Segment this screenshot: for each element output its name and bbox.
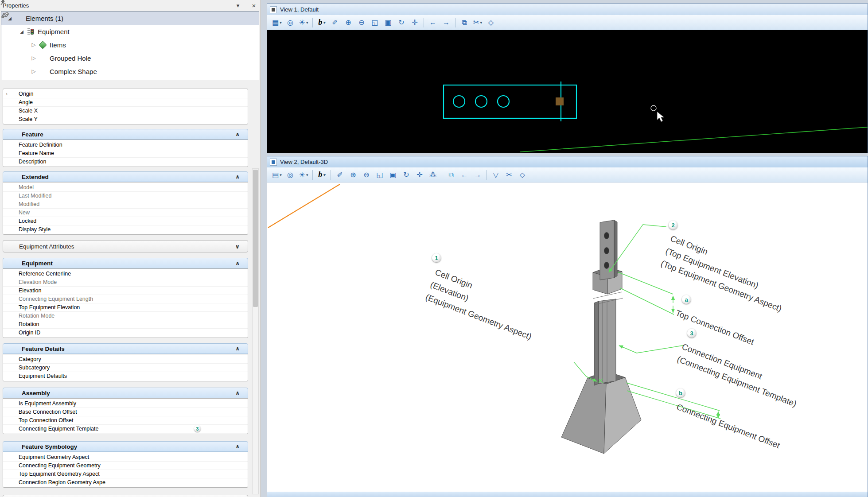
topbar-hole <box>604 262 609 269</box>
zoom-out-icon-glyph: ⊖ <box>358 18 364 27</box>
connection-point-marker <box>556 97 564 105</box>
element-tree: ◢Elements (1)◢Equipment▷Items▷Grouped Ho… <box>1 11 259 80</box>
clip-mask-icon[interactable]: ◇ <box>485 17 497 28</box>
zoom-in-icon[interactable]: ⊕ <box>342 17 354 28</box>
window-area-icon[interactable]: ◱ <box>374 169 386 181</box>
chevron-up-icon[interactable]: ∧ <box>235 346 240 352</box>
close-icon[interactable]: × <box>250 1 258 9</box>
properties-scrollbar[interactable] <box>252 168 259 494</box>
section-header-assembly[interactable]: Assembly∧ <box>3 388 248 398</box>
clip-mask-icon[interactable]: ◇ <box>516 169 529 181</box>
copy-view-icon[interactable]: ⧉ <box>458 17 471 28</box>
view-attributes-icon[interactable]: ▤▾ <box>271 17 283 28</box>
expand-arrow-icon[interactable]: ▷ <box>30 55 38 61</box>
walk-icon[interactable]: ⁂ <box>427 169 439 181</box>
section-bar-equipment-attributes[interactable]: Equipment Attributes∨ <box>3 240 248 252</box>
section-header-extended[interactable]: Extended∧ <box>3 171 248 182</box>
rotate-view-icon[interactable]: ↻ <box>395 17 408 28</box>
toolbar-separator <box>487 170 487 180</box>
copy-view-icon[interactable]: ⧉ <box>445 169 457 181</box>
pan-view-icon[interactable]: ✛ <box>413 169 426 181</box>
property-label: Elevation <box>10 287 105 294</box>
chevron-up-icon[interactable]: ∧ <box>235 174 240 180</box>
apply-style-brush-icon[interactable]: ✐ <box>329 17 341 28</box>
display-style-icon-glyph: ◎ <box>287 171 293 179</box>
property-label: Is Equipment Assembly <box>10 400 105 407</box>
property-label: Rotation <box>10 321 105 327</box>
view2-canvas[interactable]: 1Cell Origin(Elevation)(Equipment Geomet… <box>267 182 868 492</box>
view-attributes-icon-glyph: ▤ <box>272 171 279 179</box>
pan-view-icon-glyph: ✛ <box>412 18 417 27</box>
view1-canvas[interactable] <box>267 30 868 153</box>
tree-item-elements-1-[interactable]: ◢Elements (1) <box>1 12 259 25</box>
property-row-connection-region-geometry-aspect: Connection Region Geometry Aspect <box>3 478 248 486</box>
section-body-extended: ModelLast ModifiedModifiedNewLockedDispl… <box>3 182 248 235</box>
section-feature: Feature∧Feature DefinitionFeature NameDe… <box>3 129 248 167</box>
section-header-feature-symbology[interactable]: Feature Symbology∧ <box>3 441 248 452</box>
dropdown-arrow-icon[interactable]: ▾ <box>280 20 282 25</box>
brightness-icon[interactable]: ☀▾ <box>297 169 310 181</box>
section-equipment: Equipment∧Reference CenterlineElevation … <box>3 258 248 338</box>
dropdown-arrow-icon[interactable]: ▾ <box>323 173 325 177</box>
dropdown-arrow-icon[interactable]: ▾ <box>480 20 482 25</box>
view-previous-icon-glyph: ← <box>461 171 468 179</box>
display-style-icon[interactable]: ◎ <box>284 17 296 28</box>
section-header-equipment[interactable]: Equipment∧ <box>3 258 248 268</box>
clip-volume-icon[interactable]: ✂▾ <box>471 17 484 28</box>
property-row-description: Description <box>3 158 248 166</box>
rotate-view-icon[interactable]: ↻ <box>400 169 413 181</box>
view1-titlebar[interactable]: View 1, Default <box>267 4 868 15</box>
window-area-icon[interactable]: ◱ <box>369 17 381 28</box>
clip-volume-icon[interactable]: ✂ <box>503 169 515 181</box>
collapse-arrow-icon[interactable]: ◢ <box>18 29 26 34</box>
dropdown-arrow-icon[interactable]: ▾ <box>323 20 325 25</box>
brightness-icon[interactable]: ☀▾ <box>297 17 310 28</box>
tree-item-items[interactable]: ▷Items <box>1 38 259 51</box>
menu-chevron-icon[interactable]: ▾ <box>234 1 242 9</box>
chevron-up-icon[interactable]: ∧ <box>235 390 240 396</box>
bentley-b-icon[interactable]: b▾ <box>315 17 328 28</box>
bentley-b-icon[interactable]: b▾ <box>315 169 328 181</box>
pin-icon[interactable] <box>242 1 250 9</box>
view-annotation-badge-a: a <box>682 295 691 304</box>
property-row-elevation: Elevation <box>3 287 248 295</box>
pan-view-icon[interactable]: ✛ <box>409 17 421 28</box>
chevron-up-icon[interactable]: ∧ <box>235 131 240 137</box>
expand-arrow-icon[interactable]: ▷ <box>30 42 38 48</box>
chevron-up-icon[interactable]: ∧ <box>235 443 240 450</box>
view-next-icon[interactable]: → <box>440 17 452 28</box>
zoom-in-icon-glyph: ⊕ <box>345 18 351 27</box>
section-bar-geometry-points[interactable]: Geometry Points∨ <box>3 495 248 497</box>
property-row-scale-x: Scale X <box>3 107 248 115</box>
view2-titlebar[interactable]: View 2, Default-3D <box>267 156 868 167</box>
dropdown-arrow-icon[interactable]: ▾ <box>280 173 282 177</box>
equipment-glyph <box>27 28 34 35</box>
dropdown-arrow-icon[interactable]: ▾ <box>306 20 308 25</box>
chevron-up-icon[interactable]: ∧ <box>235 260 240 266</box>
apply-style-brush-icon[interactable]: ✐ <box>334 169 346 181</box>
display-style-icon[interactable]: ◎ <box>284 169 296 181</box>
view-next-icon[interactable]: → <box>471 169 484 181</box>
chevron-down-icon[interactable]: ∨ <box>235 243 240 250</box>
section-header-feature-details[interactable]: Feature Details∧ <box>3 343 248 354</box>
change-view-perspective-icon[interactable]: ▽ <box>490 169 502 181</box>
toolbar-separator <box>331 170 331 180</box>
tree-item-complex-shape[interactable]: ▷Complex Shape <box>1 65 259 78</box>
dropdown-arrow-icon[interactable]: ▾ <box>306 173 308 177</box>
zoom-out-icon[interactable]: ⊖ <box>360 169 373 181</box>
view1-title: View 1, Default <box>280 6 319 13</box>
view-previous-icon[interactable]: ← <box>458 169 471 181</box>
view-attributes-icon[interactable]: ▤▾ <box>271 169 283 181</box>
zoom-in-icon[interactable]: ⊕ <box>347 169 359 181</box>
tree-item-equipment[interactable]: ◢Equipment <box>1 25 259 38</box>
row-expander-icon[interactable]: › <box>3 91 10 97</box>
tree-item-grouped-hole[interactable]: ▷Grouped Hole <box>1 51 259 65</box>
expand-arrow-icon[interactable]: ▷ <box>30 68 38 74</box>
scrollbar-thumb[interactable] <box>253 170 258 307</box>
view-previous-icon[interactable]: ← <box>427 17 439 28</box>
fit-view-icon[interactable]: ▣ <box>387 169 399 181</box>
zoom-out-icon[interactable]: ⊖ <box>355 17 368 28</box>
fit-view-icon[interactable]: ▣ <box>382 17 394 28</box>
section-header-feature[interactable]: Feature∧ <box>3 129 248 140</box>
view1-window-icon <box>270 6 277 13</box>
